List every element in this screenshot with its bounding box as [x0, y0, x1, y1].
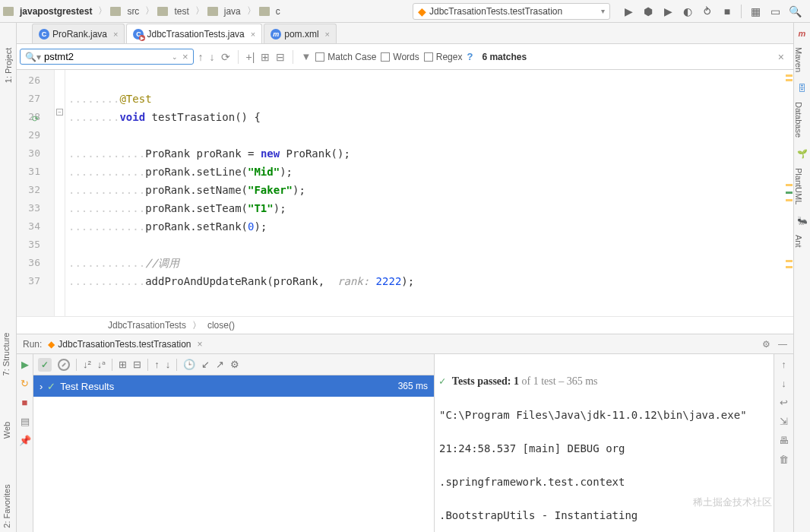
- softwrap-icon[interactable]: ↩: [780, 397, 788, 408]
- crumb-sep: 〉: [195, 5, 204, 17]
- test-tree[interactable]: › ✓ Test Results 365 ms: [33, 375, 434, 532]
- chevron-right-icon[interactable]: ›: [40, 381, 43, 392]
- remove-occurrence-icon[interactable]: ⊟: [276, 51, 285, 63]
- code-content[interactable]: ........@Test........void testTrasation(…: [65, 70, 793, 316]
- import-icon[interactable]: ↙: [201, 359, 210, 370]
- layout-icon[interactable]: ▤: [21, 416, 30, 427]
- print-icon[interactable]: 🖶: [779, 435, 789, 446]
- select-all-icon[interactable]: ⟳: [221, 51, 230, 63]
- run-config-name: JdbcTrasationTests.testTrasation: [58, 339, 191, 350]
- run-label: Run:: [23, 339, 42, 350]
- crumb-class[interactable]: JdbcTrasationTests: [108, 320, 186, 331]
- close-icon[interactable]: ×: [113, 30, 118, 39]
- database-icon[interactable]: 🗄: [794, 84, 810, 93]
- stop-icon[interactable]: ■: [22, 397, 28, 408]
- find-input[interactable]: [44, 51, 172, 62]
- collapse-icon[interactable]: ⊟: [133, 359, 141, 370]
- add-selection-icon[interactable]: +|: [246, 51, 255, 63]
- up-icon[interactable]: ↑: [781, 359, 786, 370]
- run-gutter-icon[interactable]: ⟳: [32, 110, 39, 128]
- structure-icon[interactable]: ▭: [769, 5, 781, 17]
- settings-icon[interactable]: ⚙: [762, 339, 770, 350]
- checkbox-icon: [424, 52, 433, 62]
- run-icon[interactable]: ▶: [622, 5, 634, 17]
- rerun-icon[interactable]: ▶: [21, 359, 29, 370]
- ant-icon[interactable]: 🐜: [794, 216, 810, 226]
- test-results-label: Test Results: [60, 381, 114, 392]
- close-findbar-icon[interactable]: ×: [772, 51, 790, 63]
- fold-toggle-icon[interactable]: −: [56, 109, 63, 116]
- console-output[interactable]: ✓ Tests passed: 1 of 1 test – 365 ms "C:…: [435, 354, 774, 532]
- crumb-src[interactable]: src: [124, 5, 142, 18]
- select-occurrences-icon[interactable]: ⊞: [261, 51, 270, 63]
- code-editor[interactable]: 26 27 28⟳ 29 30 31 32 33 34 35 36 37 − .…: [17, 70, 793, 316]
- minimize-icon[interactable]: —: [778, 339, 787, 350]
- editor-breadcrumb: JdbcTrasationTests 〉 close(): [17, 316, 793, 334]
- tab-prorank[interactable]: C ProRank.java ×: [32, 24, 125, 43]
- crumb-method[interactable]: close(): [207, 320, 235, 331]
- coverage-icon[interactable]: ▶: [662, 5, 674, 17]
- filter-icon[interactable]: ▼: [301, 51, 311, 62]
- down-icon[interactable]: ↓: [166, 359, 171, 370]
- scroll-end-icon[interactable]: ⇲: [780, 416, 788, 427]
- sort-icon[interactable]: ↓²: [83, 359, 91, 370]
- run-left-toolbar: ▶ ↻ ■ ▤ 📌: [17, 354, 33, 532]
- close-icon[interactable]: ×: [325, 30, 330, 39]
- crumb-sep: 〉: [192, 319, 201, 332]
- rerun-failed-icon[interactable]: ↻: [21, 378, 29, 389]
- debug-icon[interactable]: ⬢: [642, 5, 654, 17]
- rail-plantuml[interactable]: PlantUML: [794, 168, 803, 204]
- tab-pom[interactable]: m pom.xml ×: [264, 24, 337, 43]
- find-input-box[interactable]: 🔍▾ ⌄ ×: [20, 49, 194, 65]
- show-ignored-icon[interactable]: [58, 359, 70, 371]
- chevron-down-icon: ▾: [601, 7, 605, 15]
- tab-jdbctests[interactable]: C▶ JdbcTrasationTests.java ×: [126, 24, 262, 43]
- sort-alpha-icon[interactable]: ↓ᵃ: [97, 359, 106, 370]
- rail-database[interactable]: Database: [794, 102, 803, 138]
- crumb-test[interactable]: test: [171, 5, 191, 18]
- maven-icon[interactable]: m: [794, 29, 810, 38]
- show-passed-icon[interactable]: ✓: [38, 358, 52, 372]
- test-results-row[interactable]: › ✓ Test Results 365 ms: [33, 375, 434, 397]
- close-icon[interactable]: ×: [251, 30, 255, 39]
- search-icon[interactable]: 🔍: [789, 5, 801, 17]
- git-icon[interactable]: ▦: [749, 5, 761, 17]
- crumb-java[interactable]: java: [221, 5, 244, 18]
- next-match-icon[interactable]: ↓: [210, 51, 215, 63]
- crumb-project[interactable]: javapostgrestest: [17, 5, 95, 18]
- settings-icon[interactable]: ⚙: [230, 359, 239, 370]
- rail-ant[interactable]: Ant: [794, 235, 803, 248]
- pin-icon[interactable]: 📌: [19, 435, 31, 446]
- fold-bar: −: [55, 70, 65, 316]
- history-icon[interactable]: ⌄: [172, 53, 178, 61]
- clear-icon[interactable]: 🗑: [779, 454, 789, 465]
- match-case-option[interactable]: Match Case: [315, 52, 376, 62]
- up-icon[interactable]: ↑: [154, 359, 160, 370]
- run-header-config[interactable]: ◆ JdbcTrasationTests.testTrasation ×: [48, 339, 202, 350]
- history-icon[interactable]: 🕒: [183, 359, 195, 370]
- export-icon[interactable]: ↗: [216, 359, 224, 370]
- expand-icon[interactable]: ⊞: [119, 359, 127, 370]
- stop-icon[interactable]: ■: [721, 5, 733, 17]
- rail-maven[interactable]: Maven: [794, 47, 803, 72]
- help-icon[interactable]: ?: [467, 51, 473, 62]
- attach-icon[interactable]: ⥁: [701, 5, 713, 17]
- rail-project[interactable]: 1: Project: [4, 48, 13, 83]
- rail-web[interactable]: Web: [2, 422, 11, 439]
- words-option[interactable]: Words: [381, 52, 419, 62]
- error-stripe[interactable]: [784, 70, 793, 316]
- run-config-selector[interactable]: ◆ JdbcTrasationTests.testTrasation ▾: [413, 3, 610, 20]
- crumb-more[interactable]: c: [273, 5, 283, 18]
- profile-icon[interactable]: ◐: [682, 5, 694, 17]
- plantuml-icon[interactable]: 🌱: [794, 149, 810, 159]
- clear-icon[interactable]: ×: [182, 51, 188, 62]
- close-icon[interactable]: ×: [198, 339, 203, 350]
- left-tool-rail: 1: Project 7: Structure Web 2: Favorites: [0, 23, 17, 532]
- rail-structure[interactable]: 7: Structure: [2, 333, 11, 376]
- down-icon[interactable]: ↓: [781, 378, 786, 389]
- regex-option[interactable]: Regex: [424, 52, 463, 62]
- run-config-label: JdbcTrasationTests.testTrasation: [429, 6, 598, 17]
- gutter: 26 27 28⟳ 29 30 31 32 33 34 35 36 37: [17, 70, 55, 316]
- rail-favorites[interactable]: 2: Favorites: [2, 484, 11, 527]
- prev-match-icon[interactable]: ↑: [198, 51, 204, 63]
